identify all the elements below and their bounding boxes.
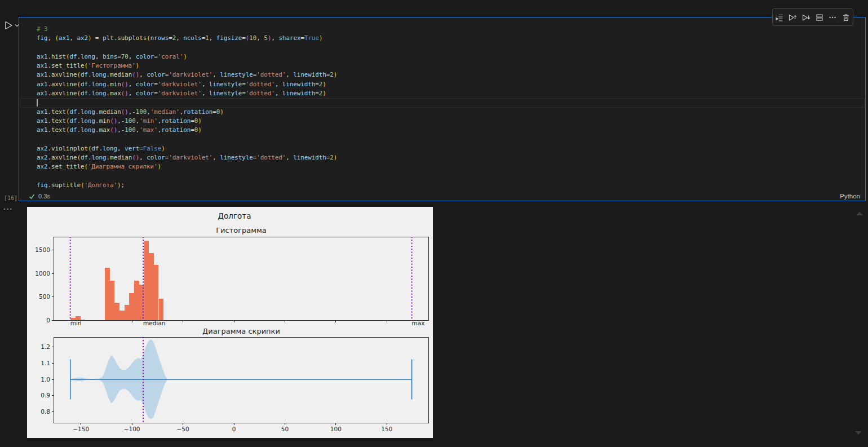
success-check-icon [29, 193, 35, 200]
hist-bar [114, 303, 119, 320]
hist-bar [129, 293, 134, 320]
split-cell-icon [815, 13, 824, 22]
code-line [37, 172, 863, 181]
hist-bar [105, 268, 110, 320]
violin-xtick-label: −50 [176, 426, 189, 432]
matplotlib-figure: ДолготаГистограммаДиаграмма скрипкиminme… [27, 207, 433, 438]
stat-label-median: median [143, 320, 165, 326]
code-line [37, 98, 863, 107]
figure-output: ДолготаГистограммаДиаграмма скрипкиminme… [27, 207, 433, 438]
play-icon [6, 22, 12, 29]
code-line: ax1.text(df.long.min(),-100,'min',rotati… [37, 117, 863, 126]
code-line: ax1.text(df.long.max(),-100,'max',rotati… [37, 126, 863, 135]
violin-xtick-label: 0 [232, 426, 236, 432]
violin-ytick-label: 0.8 [41, 408, 50, 415]
violin-xtick-label: −150 [73, 426, 89, 432]
code-line: ax1.axvline(df.long.min(), color='darkvi… [37, 80, 863, 89]
violin-title: Диаграмма скрипки [202, 327, 280, 335]
violin-axes: 0.80.91.01.11.2−150−100−50050100150 [41, 337, 428, 432]
hist-bar [149, 253, 154, 320]
cell-toolbar [772, 8, 853, 26]
delete-cell-button[interactable] [840, 11, 852, 24]
histogram-axes: minmedianmax050010001500 [35, 237, 428, 326]
violin-xtick-label: 50 [281, 426, 289, 432]
language-indicator[interactable]: Python [840, 193, 860, 200]
stat-label-min: min [70, 320, 82, 326]
violin-ytick-label: 1.1 [41, 360, 50, 366]
histogram-title: Гистограмма [216, 226, 267, 234]
hist-bar [144, 241, 149, 320]
run-by-line-icon [775, 13, 784, 22]
code-line: ax1.axvline(df.long.median(), color='dar… [37, 70, 863, 79]
delete-cell-icon [842, 13, 851, 22]
code-line: # 3 [37, 25, 863, 34]
scroll-up-icon[interactable] [856, 212, 863, 215]
hist-bar [154, 265, 159, 320]
code-line: ax2.violinplot(df.long, vert=False) [37, 144, 863, 153]
more-actions-button[interactable] [827, 11, 839, 24]
hist-bar [159, 299, 164, 320]
code-line [37, 43, 863, 52]
execution-count: [16] [4, 195, 17, 201]
code-line: fig.suptitle('Долгота'); [37, 181, 863, 190]
code-line [37, 135, 863, 144]
violin-ytick-label: 1.0 [41, 376, 50, 383]
output-options-button[interactable]: ··· [3, 205, 13, 214]
code-line: ax1.axvline(df.long.max(), color='darkvi… [37, 89, 863, 98]
figure-suptitle: Долгота [218, 211, 251, 220]
code-line: ax1.text(df.long.median(),-100,'median',… [37, 108, 863, 117]
hist-bar [125, 305, 130, 320]
code-editor[interactable]: # 3fig, (ax1, ax2) = plt.subplots(nrows=… [37, 25, 863, 192]
scroll-down-icon[interactable] [855, 431, 862, 435]
notebook-editor: # 3fig, (ax1, ax2) = plt.subplots(nrows=… [0, 0, 868, 447]
hist-ytick-label: 1500 [35, 246, 50, 253]
execute-above-icon [788, 13, 797, 22]
execute-below-button[interactable] [800, 11, 812, 24]
hist-bar [110, 281, 115, 320]
hist-ytick-label: 1000 [35, 270, 50, 277]
execution-duration: 0.3s [38, 193, 50, 200]
hist-bar [119, 311, 125, 320]
code-line: ax2.axvline(df.long.median(), color='dar… [37, 153, 863, 162]
execute-below-icon [801, 13, 811, 22]
violin-ytick-label: 0.9 [41, 392, 50, 399]
violin-xtick-label: 100 [330, 426, 342, 432]
code-line: ax2.set_title('Диаграмма скрипки') [37, 162, 863, 171]
hist-ytick-label: 0 [46, 317, 50, 324]
code-line: fig, (ax1, ax2) = plt.subplots(nrows=2, … [37, 34, 863, 43]
violin-xtick-label: −100 [124, 426, 140, 432]
stat-label-max: max [412, 320, 425, 326]
run-by-line-button[interactable] [773, 11, 785, 24]
split-cell-button[interactable] [813, 11, 825, 24]
hist-bar [134, 281, 139, 320]
more-actions-icon [828, 13, 837, 22]
execute-above-button[interactable] [787, 11, 799, 24]
cell-status-bar: 0.3s Python [19, 192, 865, 200]
violin-xtick-label: 150 [381, 426, 392, 432]
code-line: ax1.hist(df.long, bins=70, color='coral'… [37, 52, 863, 61]
hist-ytick-label: 500 [39, 293, 50, 300]
text-cursor [37, 99, 38, 107]
violin-ytick-label: 1.2 [41, 343, 50, 350]
code-cell[interactable]: # 3fig, (ax1, ax2) = plt.subplots(nrows=… [19, 17, 866, 201]
code-line: ax1.set_title('Гистограмма') [37, 61, 863, 70]
